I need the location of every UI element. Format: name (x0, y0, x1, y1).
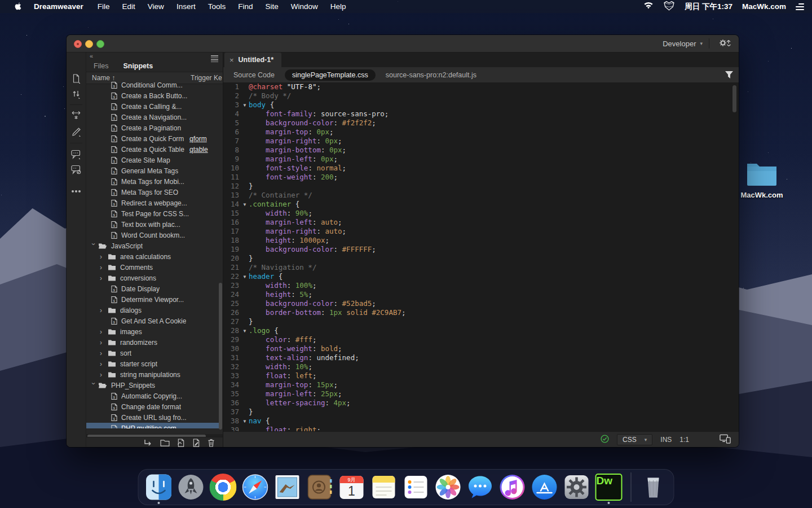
snippet-item[interactable]: ›area calculations (86, 251, 221, 262)
dock-photos-icon[interactable] (435, 474, 462, 501)
menu-insert[interactable]: Insert (170, 2, 202, 11)
snippet-item[interactable]: sAutomatic Copyrig... (86, 391, 221, 401)
dock-appstore-icon[interactable] (531, 474, 558, 501)
dock-dreamweaver-icon[interactable]: Dw (595, 474, 623, 501)
fold-arrow-icon[interactable]: ▼ (241, 200, 249, 209)
fold-arrow-icon[interactable]: ▼ (241, 327, 249, 336)
menu-site[interactable]: Site (259, 2, 284, 11)
sort-updown-icon[interactable] (67, 89, 86, 99)
remove-comment-icon[interactable] (67, 165, 86, 174)
menu-find[interactable]: Find (232, 2, 259, 11)
snippet-item[interactable]: ›conversions (86, 273, 221, 283)
snippet-item[interactable]: ›Comments (86, 262, 221, 273)
chevron-right-icon[interactable]: › (100, 360, 108, 368)
panel-tab-files[interactable]: Files (86, 60, 116, 72)
panel-menu-icon[interactable] (211, 55, 218, 62)
dock-messages-icon[interactable] (467, 474, 494, 501)
snippet-item[interactable]: sConditional Comm... (86, 80, 221, 90)
snippet-item[interactable]: sGet And Set A Cookie (86, 316, 221, 326)
new-folder-icon[interactable] (160, 439, 170, 446)
code-vertical-scrollbar[interactable] (732, 85, 736, 112)
snippet-item[interactable]: sWord Count bookm... (86, 230, 221, 240)
related-file-css-active[interactable]: singlePageTemplate.css (285, 69, 376, 81)
expand-code-icon[interactable] (67, 111, 86, 120)
snippet-item[interactable]: sRedirect a webpage... (86, 198, 221, 208)
fold-arrow-icon[interactable]: ▼ (241, 273, 249, 282)
chevron-right-icon[interactable]: › (100, 306, 108, 314)
snippet-item[interactable]: sCreate a Quick Formqform (86, 133, 221, 144)
menu-edit[interactable]: Edit (116, 2, 142, 11)
new-snippet-icon[interactable] (177, 439, 185, 447)
dock-trash-icon[interactable] (640, 474, 667, 501)
chevron-right-icon[interactable]: › (100, 339, 108, 347)
minimize-button[interactable] (85, 40, 93, 48)
chevron-right-icon[interactable]: › (100, 264, 108, 271)
snippet-item[interactable]: sCreate URL slug fro... (86, 412, 221, 423)
snippet-item[interactable]: sDetermine Viewpor... (86, 294, 221, 305)
snippet-item[interactable]: sText box with plac... (86, 219, 221, 230)
notification-list-icon[interactable] (796, 3, 804, 10)
chevron-right-icon[interactable]: › (100, 328, 108, 336)
chevron-right-icon[interactable]: › (100, 371, 108, 379)
close-tab-icon[interactable]: × (230, 56, 234, 64)
fold-arrow-icon[interactable]: ▼ (241, 101, 249, 110)
apply-comment-icon[interactable] (67, 150, 86, 159)
snippet-item[interactable]: sTest Page for CSS S... (86, 208, 221, 219)
snippet-item[interactable]: ›randomizers (86, 337, 221, 348)
snippet-item[interactable]: sMeta Tags for Mobi... (86, 176, 221, 187)
dock-reminders-icon[interactable] (403, 474, 430, 501)
collapse-panel-icon[interactable]: « (90, 52, 92, 59)
close-button[interactable] (74, 40, 82, 48)
snippet-item[interactable]: sGeneral Meta Tags (86, 165, 221, 176)
menu-tools[interactable]: Tools (202, 2, 232, 11)
window-titlebar[interactable]: Developer ▾ (67, 35, 739, 52)
dock-chrome-icon[interactable] (210, 474, 237, 501)
snippet-item[interactable]: sCreate a Calling &... (86, 101, 221, 112)
snippet-item[interactable]: sCreate a Back Butto... (86, 90, 221, 101)
menu-site-label[interactable]: MacWk.com (742, 2, 786, 11)
snippet-item[interactable]: sCreate a Pagination (86, 122, 221, 133)
menu-view[interactable]: View (142, 2, 170, 11)
more-options-icon[interactable] (67, 190, 86, 193)
edit-snippet-icon[interactable] (192, 439, 200, 447)
zoom-button[interactable] (96, 40, 104, 48)
file-icon[interactable] (67, 74, 86, 84)
insert-snippet-icon[interactable] (144, 439, 153, 446)
document-tab[interactable]: × Untitled-1* (224, 52, 281, 67)
snippet-item[interactable]: ›JavaScript (86, 240, 221, 251)
sync-settings-icon[interactable] (718, 38, 731, 50)
chevron-right-icon[interactable]: › (100, 274, 108, 282)
chevron-right-icon[interactable]: › (100, 349, 108, 357)
chevron-down-icon[interactable]: › (90, 243, 98, 251)
format-source-icon[interactable] (67, 127, 86, 137)
insert-mode[interactable]: INS (660, 436, 672, 444)
snippet-item[interactable]: sCreate a Navigation... (86, 112, 221, 122)
related-file-js[interactable]: source-sans-pro:n2:default.js (386, 71, 476, 79)
menu-clock[interactable]: 周日 下午1:37 (685, 2, 732, 12)
panel-vertical-scrollbar[interactable] (219, 283, 222, 430)
menu-window[interactable]: Window (285, 2, 324, 11)
snippet-item[interactable]: sMeta Tags for SEO (86, 187, 221, 198)
snippet-item[interactable]: ›starter script (86, 358, 221, 369)
dock-launchpad-icon[interactable] (178, 474, 205, 501)
panel-tab-snippets[interactable]: Snippets (116, 60, 160, 72)
dock-itunes-icon[interactable] (499, 474, 526, 501)
snippet-item[interactable]: sChange date format (86, 401, 221, 412)
menu-help[interactable]: Help (324, 2, 352, 11)
workspace-switcher[interactable]: Developer ▾ (663, 35, 703, 52)
fox-icon[interactable] (663, 1, 675, 12)
apple-menu[interactable] (9, 2, 26, 11)
dock-sysprefs-icon[interactable] (563, 474, 590, 501)
dock-safari-icon[interactable] (242, 474, 269, 501)
code-area[interactable]: 1@charset "UTF-8";2/* Body */3▼body {4 f… (223, 82, 739, 432)
snippet-item[interactable]: sCreate a Quick Tableqtable (86, 144, 221, 155)
dock-contacts-icon[interactable] (306, 474, 333, 501)
snippet-item[interactable]: sCreate Site Map (86, 155, 221, 165)
menu-app-name[interactable]: Dreamweaver (26, 2, 91, 11)
related-file-source-code[interactable]: Source Code (233, 71, 275, 79)
chevron-down-icon[interactable]: › (90, 382, 98, 390)
chevron-right-icon[interactable]: › (100, 253, 108, 261)
dock-notes-icon[interactable] (370, 474, 398, 501)
dock-mail-icon[interactable] (274, 474, 301, 501)
menu-file[interactable]: File (91, 2, 116, 11)
